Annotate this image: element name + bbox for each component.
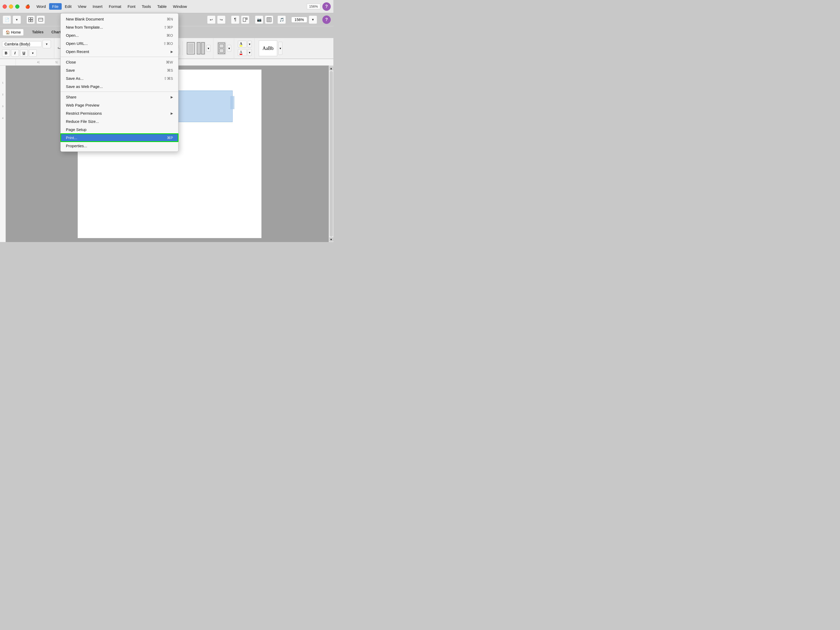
borders-group: ▼	[215, 38, 234, 58]
maximize-button[interactable]	[15, 5, 19, 9]
scroll-thumb[interactable]	[330, 71, 333, 237]
menu-item-open[interactable]: Open... ⌘O	[61, 31, 178, 39]
svg-rect-7	[267, 17, 271, 22]
color-group: A ▼ A ▼	[235, 38, 255, 58]
font-color-btn[interactable]: A	[238, 49, 247, 56]
file-menu-dropdown: New Blank Document ⌘N New from Template.…	[60, 13, 178, 152]
menubar-tools[interactable]: Tools	[139, 3, 154, 10]
scroll-down[interactable]: ▼	[329, 237, 333, 242]
menu-item-page-setup[interactable]: Page Setup	[61, 125, 178, 134]
menu-label-save-web: Save as Web Page...	[66, 84, 103, 89]
menu-shortcut-open: ⌘O	[166, 33, 173, 38]
separator-1	[61, 57, 178, 57]
zoom-dropdown[interactable]: ▼	[309, 16, 317, 24]
color-dropdown[interactable]: ▼	[248, 41, 252, 47]
menu-label-new-template: New from Template...	[66, 25, 103, 29]
home-tab[interactable]: 🏠 Home	[3, 29, 24, 36]
svg-rect-49	[218, 43, 225, 54]
highlight-btn[interactable]: A	[238, 41, 247, 47]
svg-rect-48	[202, 43, 204, 54]
menu-item-open-url[interactable]: Open URL... ⇧⌘O	[61, 39, 178, 47]
zoom-indicator[interactable]: 156%	[307, 4, 320, 9]
menubar-window[interactable]: Window	[170, 3, 190, 10]
grid-view-button[interactable]	[27, 16, 35, 24]
svg-rect-2	[28, 20, 30, 22]
minimize-button[interactable]	[9, 5, 13, 9]
italic-button[interactable]: I	[11, 49, 19, 57]
menu-item-new-template[interactable]: New from Template... ⇧⌘P	[61, 23, 178, 31]
underline-dropdown[interactable]: ▼	[29, 49, 37, 57]
menu-item-web-preview[interactable]: Web Page Preview	[61, 101, 178, 109]
svg-rect-44	[188, 43, 194, 53]
menubar-edit[interactable]: Edit	[62, 3, 75, 10]
single-col-btn[interactable]	[186, 42, 195, 55]
font-selector[interactable]: Cambria (Body)	[2, 41, 41, 47]
menu-label-open-recent: Open Recent	[66, 49, 89, 54]
browse-button[interactable]	[36, 16, 45, 24]
menu-shortcut-save: ⌘S	[167, 68, 173, 73]
two-col-btn[interactable]	[196, 42, 205, 55]
menu-item-print[interactable]: Print... ⌘P	[61, 134, 178, 142]
tab-tables[interactable]: Tables	[28, 28, 47, 36]
menubar-view[interactable]: View	[75, 3, 90, 10]
menu-item-properties[interactable]: Properties...	[61, 142, 178, 150]
ruler-v-4: 4	[2, 117, 3, 120]
svg-rect-3	[31, 20, 33, 22]
menu-label-save-as: Save As...	[66, 76, 84, 81]
open-button[interactable]: ▼	[13, 16, 21, 24]
menubar-apple[interactable]: 🍎	[22, 3, 33, 10]
view-button[interactable]	[241, 16, 249, 24]
menu-item-save[interactable]: Save ⌘S	[61, 66, 178, 74]
window-controls	[0, 5, 22, 9]
music-button[interactable]: 🎵	[278, 16, 286, 24]
menubar-table[interactable]: Table	[154, 3, 170, 10]
font-dropdown[interactable]: ▼	[43, 40, 51, 48]
svg-rect-5	[243, 18, 246, 22]
menu-label-close: Close	[66, 60, 76, 64]
zoom-box[interactable]: 156%	[291, 17, 307, 22]
close-button[interactable]	[3, 5, 7, 9]
menubar-word[interactable]: Word	[33, 3, 49, 10]
table-insert-button[interactable]	[265, 16, 273, 24]
col-dropdown[interactable]: ▼	[206, 45, 210, 52]
borders-btn[interactable]	[217, 42, 226, 55]
undo-button[interactable]: ↩	[207, 16, 216, 24]
underline-button[interactable]: U	[20, 49, 28, 57]
menubar-insert[interactable]: Insert	[90, 3, 106, 10]
camera-button[interactable]: 📷	[255, 16, 263, 24]
scrollbar[interactable]: ▲ ▼	[328, 66, 333, 242]
help-button[interactable]: ?	[322, 2, 331, 11]
menu-label-open: Open...	[66, 33, 79, 38]
menubar-format[interactable]: Format	[106, 3, 125, 10]
paragraph-marks-button[interactable]: ¶	[231, 16, 239, 24]
borders-dropdown[interactable]: ▼	[227, 45, 231, 52]
menu-shortcut-open-url: ⇧⌘O	[163, 41, 173, 46]
bold-button[interactable]: B	[2, 49, 10, 57]
style-sample-text: AaBb	[262, 46, 273, 51]
menu-shortcut-new-template: ⇧⌘P	[164, 25, 173, 29]
menu-label-new-blank: New Blank Document	[66, 17, 104, 21]
menu-item-restrict[interactable]: Restrict Permissions	[61, 109, 178, 117]
help-circle-button[interactable]: ?	[322, 16, 331, 24]
menubar: 🍎 Word File Edit View Insert Format Font…	[0, 0, 333, 13]
menubar-font[interactable]: Font	[125, 3, 139, 10]
menu-label-share: Share	[66, 95, 76, 99]
scroll-up[interactable]: ▲	[329, 66, 333, 70]
style-dropdown[interactable]: ▼	[278, 42, 283, 55]
menu-item-close[interactable]: Close ⌘W	[61, 58, 178, 66]
svg-rect-0	[28, 17, 30, 19]
new-doc-button[interactable]: 📄	[3, 16, 11, 24]
menu-item-new-blank[interactable]: New Blank Document ⌘N	[61, 15, 178, 23]
left-ruler: 1 2 3 4	[0, 66, 6, 242]
font-color-dropdown[interactable]: ▼	[248, 49, 252, 56]
menu-item-share[interactable]: Share	[61, 93, 178, 101]
redo-button[interactable]: ↪	[217, 16, 226, 24]
menu-shortcut-save-as: ⇧⌘S	[164, 76, 173, 81]
menu-item-reduce[interactable]: Reduce File Size...	[61, 117, 178, 125]
menu-item-save-web[interactable]: Save as Web Page...	[61, 82, 178, 90]
menu-item-open-recent[interactable]: Open Recent	[61, 47, 178, 56]
menu-label-save: Save	[66, 68, 75, 73]
home-icon: 🏠	[6, 30, 10, 35]
menu-item-save-as[interactable]: Save As... ⇧⌘S	[61, 74, 178, 82]
menubar-file[interactable]: File	[49, 3, 62, 10]
